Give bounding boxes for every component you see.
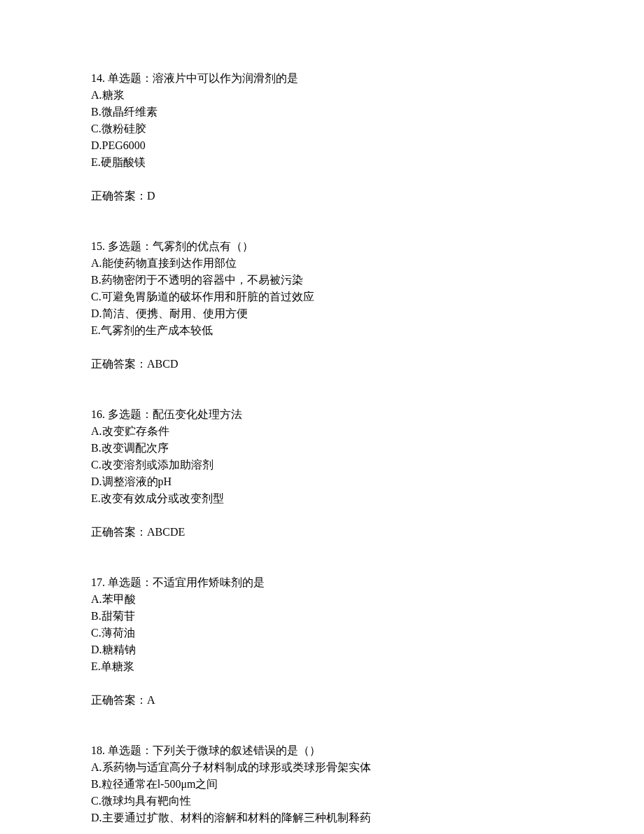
question-stem: 17. 单选题：不适宜用作矫味剂的是	[91, 574, 553, 591]
option-c: C.薄荷油	[91, 625, 553, 641]
question-14: 14. 单选题：溶液片中可以作为润滑剂的是 A.糖浆 B.微晶纤维素 C.微粉硅…	[91, 70, 553, 204]
option-d: D.主要通过扩散、材料的溶解和材料的降解三种机制释药	[91, 809, 553, 826]
question-type: 单选题：	[108, 72, 153, 84]
answer-label-text: 正确答案：	[91, 694, 147, 706]
answer-line: 正确答案：ABCD	[91, 356, 553, 373]
question-15: 15. 多选题：气雾剂的优点有（） A.能使药物直接到达作用部位 B.药物密闭于…	[91, 238, 553, 373]
option-c: C.微粉硅胶	[91, 120, 553, 137]
question-number: 17.	[91, 576, 105, 588]
question-number: 14.	[91, 72, 105, 84]
question-stem: 14. 单选题：溶液片中可以作为润滑剂的是	[91, 70, 553, 87]
question-content: 不适宜用作矫味剂的是	[153, 576, 265, 588]
question-type: 单选题：	[108, 576, 153, 588]
answer-line: 正确答案：ABCDE	[91, 524, 553, 541]
question-content: 下列关于微球的叙述错误的是（）	[153, 744, 321, 756]
option-e: E.改变有效成分或改变剂型	[91, 490, 553, 507]
option-b: B.粒径通常在l-500μm之间	[91, 776, 553, 793]
option-a: A.改变贮存条件	[91, 423, 553, 440]
question-number: 15.	[91, 240, 105, 252]
option-c: C.可避免胃肠道的破坏作用和肝脏的首过效应	[91, 289, 553, 305]
question-type: 多选题：	[108, 408, 153, 420]
answer-label-text: 正确答案：	[91, 526, 147, 538]
question-16: 16. 多选题：配伍变化处理方法 A.改变贮存条件 B.改变调配次序 C.改变溶…	[91, 406, 553, 541]
question-content: 气雾剂的优点有（）	[153, 240, 253, 252]
answer-label-text: 正确答案：	[91, 190, 147, 202]
option-d: D.PEG6000	[91, 137, 553, 154]
option-a: A.苯甲酸	[91, 591, 553, 608]
answer-value: D	[147, 190, 155, 202]
option-c: C.微球均具有靶向性	[91, 793, 553, 809]
option-c: C.改变溶剂或添加助溶剂	[91, 457, 553, 473]
question-type: 多选题：	[108, 240, 153, 252]
question-stem: 16. 多选题：配伍变化处理方法	[91, 406, 553, 423]
answer-line: 正确答案：A	[91, 692, 553, 709]
option-b: B.微晶纤维素	[91, 104, 553, 120]
question-stem: 15. 多选题：气雾剂的优点有（）	[91, 238, 553, 255]
answer-value: A	[147, 694, 155, 706]
question-number: 18.	[91, 744, 105, 756]
option-a: A.系药物与适宜高分子材料制成的球形或类球形骨架实体	[91, 759, 553, 776]
option-d: D.糖精钠	[91, 641, 553, 658]
option-e: E.气雾剂的生产成本较低	[91, 322, 553, 339]
answer-label-text: 正确答案：	[91, 358, 147, 370]
option-e: E.硬脂酸镁	[91, 154, 553, 171]
option-a: A.糖浆	[91, 87, 553, 104]
question-stem: 18. 单选题：下列关于微球的叙述错误的是（）	[91, 742, 553, 759]
answer-line: 正确答案：D	[91, 188, 553, 204]
question-18: 18. 单选题：下列关于微球的叙述错误的是（） A.系药物与适宜高分子材料制成的…	[91, 742, 553, 826]
answer-value: ABCD	[147, 358, 178, 370]
question-content: 溶液片中可以作为润滑剂的是	[153, 72, 298, 84]
option-e: E.单糖浆	[91, 658, 553, 675]
option-b: B.甜菊苷	[91, 608, 553, 625]
question-type: 单选题：	[108, 744, 153, 756]
option-a: A.能使药物直接到达作用部位	[91, 255, 553, 272]
option-b: B.改变调配次序	[91, 440, 553, 457]
question-content: 配伍变化处理方法	[153, 408, 242, 420]
question-number: 16.	[91, 408, 105, 420]
question-17: 17. 单选题：不适宜用作矫味剂的是 A.苯甲酸 B.甜菊苷 C.薄荷油 D.糖…	[91, 574, 553, 709]
option-d: D.简洁、便携、耐用、使用方便	[91, 305, 553, 322]
option-d: D.调整溶液的pH	[91, 473, 553, 490]
answer-value: ABCDE	[147, 526, 185, 538]
option-b: B.药物密闭于不透明的容器中，不易被污染	[91, 272, 553, 289]
